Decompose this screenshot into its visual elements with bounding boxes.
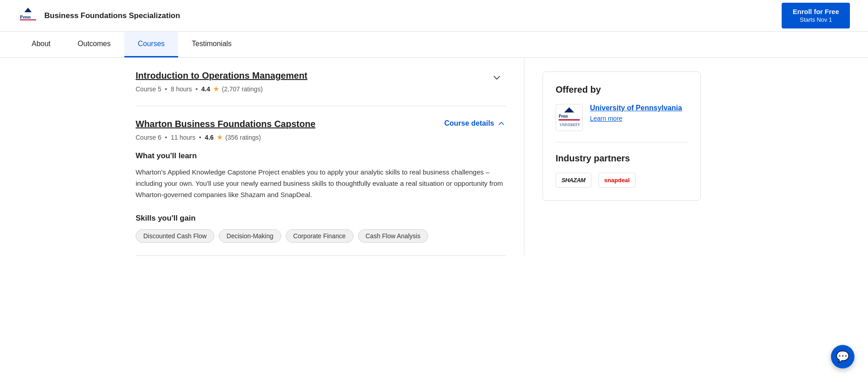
course-num-5: Course 5 [136,85,161,93]
partners-logos: SHAZAM snapdeal [556,173,688,188]
shazam-label: SHAZAM [561,177,585,184]
course-ratings-count-6: (356 ratings) [226,134,261,141]
course-meta-6: Course 6 • 11 hours • 4.6 ★ (356 ratings… [136,133,316,141]
penn-sidebar-logo: Penn UNIVERSITY [556,104,583,131]
university-name-link[interactable]: University of Pennsylvania [590,104,682,112]
chevron-down-icon-5 [491,72,502,83]
what-youll-learn-title: What you'll learn [136,151,506,160]
shazam-logo: SHAZAM [556,173,591,188]
course-num-6: Course 6 [136,134,161,141]
page-header: Penn Business Foundations Specialization… [0,0,868,32]
nav-tabs: About Outcomes Courses Testimonials [0,32,868,58]
course-ratings-count-5: (2,707 ratings) [222,85,263,93]
skills-title: Skills you'll gain [136,214,506,223]
course-info-5: Introduction to Operations Management Co… [136,71,307,93]
course-card-6: Wharton Business Foundations Capstone Co… [136,106,506,256]
skills-list: Discounted Cash Flow Decision-Making Cor… [136,229,506,243]
main-layout: Introduction to Operations Management Co… [118,58,750,256]
tab-courses[interactable]: Courses [124,32,179,57]
sidebar: Offered by Penn UNIVERSITY University of… [524,58,714,256]
svg-text:UNIVERSITY: UNIVERSITY [560,123,580,127]
course-header-5: Introduction to Operations Management Co… [136,71,506,93]
header-left: Penn Business Foundations Specialization [18,6,180,26]
what-youll-learn-section: What you'll learn Wharton's Applied Know… [136,151,506,200]
course-card-5: Introduction to Operations Management Co… [136,58,506,106]
course-rating-5: 4.4 [201,85,210,93]
university-info: University of Pennsylvania Learn more [590,104,682,122]
course-title-6[interactable]: Wharton Business Foundations Capstone [136,119,316,129]
snapdeal-label: snapdeal [604,177,630,184]
course-hours-5: 8 hours [171,85,192,93]
penn-logo: Penn [18,6,38,26]
header-title: Business Foundations Specialization [44,11,180,20]
tab-outcomes[interactable]: Outcomes [64,32,124,57]
sidebar-card: Offered by Penn UNIVERSITY University of… [542,71,701,201]
tab-about[interactable]: About [18,32,64,57]
skill-tag-3: Cash Flow Analysis [358,229,428,243]
course-meta-5: Course 5 • 8 hours • 4.4 ★ (2,707 rating… [136,85,307,93]
snapdeal-logo: snapdeal [599,173,636,188]
tab-testimonials[interactable]: Testimonials [178,32,245,57]
skill-tag-0: Discounted Cash Flow [136,229,214,243]
offered-by-title: Offered by [556,85,688,95]
skill-tag-2: Corporate Finance [286,229,354,243]
learn-more-link[interactable]: Learn more [590,115,682,122]
svg-text:Penn: Penn [20,14,31,19]
enroll-label: Enroll for Free [793,8,839,15]
course-rating-6: 4.6 [205,134,213,141]
enroll-starts: Starts Nov 1 [793,16,839,24]
course-hours-6: 11 hours [171,134,195,141]
skills-section: Skills you'll gain Discounted Cash Flow … [136,214,506,243]
skill-tag-1: Decision-Making [219,229,281,243]
course-info-6: Wharton Business Foundations Capstone Co… [136,119,316,141]
expand-button-5[interactable] [488,71,506,88]
university-block: Penn UNIVERSITY University of Pennsylvan… [556,104,688,142]
industry-partners-title: Industry partners [556,153,688,164]
course-details-link[interactable]: Course details [444,119,506,128]
star-icon-5: ★ [213,85,219,93]
chevron-up-icon [497,119,506,128]
star-icon-6: ★ [217,133,223,141]
content-area: Introduction to Operations Management Co… [118,58,524,256]
enroll-button[interactable]: Enroll for Free Starts Nov 1 [782,3,850,28]
svg-rect-2 [20,19,36,20]
industry-partners-section: Industry partners SHAZAM snapdeal [556,153,688,188]
course-title-5[interactable]: Introduction to Operations Management [136,71,307,81]
learn-description: Wharton's Applied Knowledge Capstone Pro… [136,167,506,200]
course-details-label: Course details [444,119,494,127]
svg-rect-7 [559,119,580,121]
course-details-header-6: Wharton Business Foundations Capstone Co… [136,119,506,141]
svg-text:Penn: Penn [559,114,568,118]
